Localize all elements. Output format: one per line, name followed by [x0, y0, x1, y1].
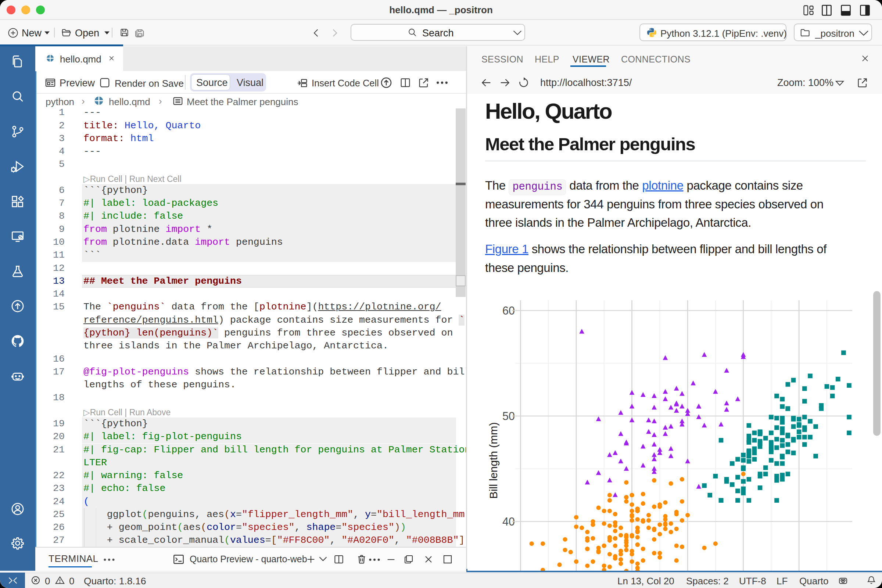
svg-text:Bill length (mm): Bill length (mm) [487, 422, 500, 499]
